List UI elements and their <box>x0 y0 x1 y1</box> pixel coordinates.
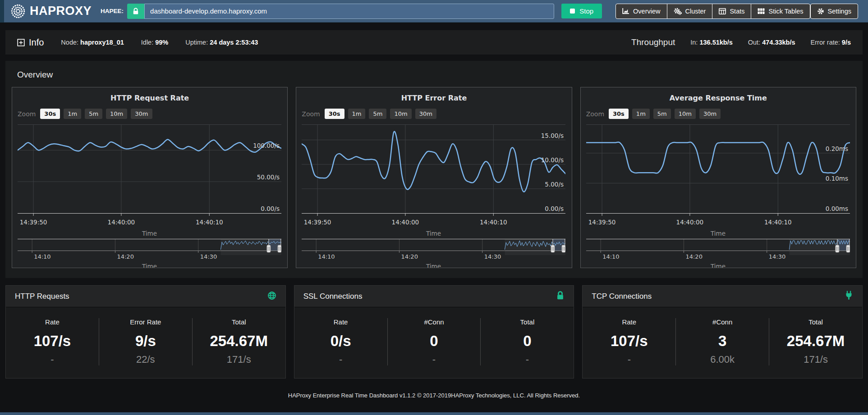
chart-title: Average Response Time <box>586 92 850 102</box>
axis-label: 14:20 <box>685 253 702 260</box>
stop-button[interactable]: Stop <box>561 4 602 18</box>
zoom-button-1m[interactable]: 1m <box>632 109 650 119</box>
idle-field: Idle:99% <box>141 39 168 46</box>
zoom-button-30s[interactable]: 30s <box>609 109 629 119</box>
zoom-button-10m[interactable]: 10m <box>390 109 411 119</box>
uptime-value: 24 days 2:53:43 <box>210 39 258 46</box>
axis-label: 14:30 <box>484 253 501 260</box>
nav-button-label: Stick Tables <box>768 8 803 15</box>
axis-label: Time <box>710 230 726 237</box>
chart-plot-average-response-time[interactable]: 14:39:5014:40:0014:40:100.20ms0.10ms0.00… <box>586 124 850 237</box>
nav-button-label: Cluster <box>685 8 706 15</box>
stat-subvalue: 6.00k <box>676 354 769 365</box>
throughput-out-field: Out:474.33kb/s <box>748 39 795 46</box>
card-http-requests: HTTP RequestsRate107/s-Error Rate9/s22/s… <box>5 285 286 379</box>
zoom-range-selector: Zoom30s1m5m10m30m <box>302 109 566 119</box>
navigator-handle-right[interactable] <box>846 245 850 252</box>
info-toggle[interactable]: Info <box>17 37 44 48</box>
out-value: 474.33kb/s <box>762 39 795 46</box>
nav-button-stats[interactable]: Stats <box>712 4 751 19</box>
nav-button-overview[interactable]: Overview <box>615 4 667 19</box>
axis-label: 5.00/s <box>545 181 564 188</box>
navigator-handle-left[interactable] <box>551 245 555 252</box>
card-title: SSL Connections <box>303 292 363 301</box>
axis-label: Time <box>426 263 441 268</box>
stat-value: 3 <box>676 333 769 350</box>
nav-button-stick-tables[interactable]: Stick Tables <box>751 4 810 19</box>
stat-label: Rate <box>294 318 387 326</box>
overview-section: Overview HTTP Request RateZoom30s1m5m10m… <box>5 61 863 278</box>
node-field: Node:haproxy18_01 <box>61 39 124 46</box>
zoom-range-selector: Zoom30s1m5m10m30m <box>586 109 850 119</box>
stat-value: 107/s <box>583 333 675 350</box>
axis-label: 14:30 <box>768 253 785 260</box>
zoom-button-30s[interactable]: 30s <box>325 109 344 119</box>
chart-navigator[interactable]: 14:1014:2014:30Time <box>18 239 281 268</box>
stat-value: 0/s <box>294 333 387 350</box>
axis-label: Time <box>426 230 441 237</box>
zoom-button-1m[interactable]: 1m <box>64 109 81 119</box>
chart-title: HTTP Request Rate <box>18 92 282 102</box>
stat-label: #Conn <box>676 318 769 326</box>
nav-group: Overview Cluster Stats <box>615 4 810 19</box>
url-group <box>127 4 554 19</box>
zoom-label: Zoom <box>586 110 604 118</box>
stat-value: 254.67M <box>769 333 862 350</box>
card-tcp-connections: TCP ConnectionsRate107/s-#Conn36.00kTota… <box>582 285 863 379</box>
axis-label: Time <box>142 230 157 237</box>
zoom-button-30m[interactable]: 30m <box>415 109 436 119</box>
stat-subvalue: - <box>294 354 387 365</box>
settings-button[interactable]: Settings <box>810 4 858 19</box>
chart-plot-http-request-rate[interactable]: 14:39:5014:40:0014:40:10100.00/s50.00/s0… <box>18 124 281 237</box>
stat-column-total: Total0- <box>481 318 574 365</box>
chart-area-icon <box>622 8 629 14</box>
chart-navigator[interactable]: 14:1014:2014:30Time <box>302 239 565 268</box>
zoom-button-10m[interactable]: 10m <box>106 109 127 119</box>
stat-subvalue: - <box>583 354 675 365</box>
settings-button-label: Settings <box>828 8 851 15</box>
nav-button-cluster[interactable]: Cluster <box>667 4 713 19</box>
zoom-button-1m[interactable]: 1m <box>348 109 366 119</box>
stat-value: 254.67M <box>193 333 285 350</box>
zoom-button-30m[interactable]: 30m <box>699 109 721 119</box>
in-label: In: <box>690 39 698 46</box>
axis-label: 14:39:50 <box>304 219 331 226</box>
axis-label: 14:20 <box>117 253 133 260</box>
chart-plot-http-error-rate[interactable]: 14:39:5014:40:0014:40:1015.00/s10.00/s5.… <box>302 124 565 237</box>
navigator-handle-right[interactable] <box>278 245 281 252</box>
chart-navigator[interactable]: 14:1014:2014:30Time <box>586 239 850 268</box>
stat-label: Error Rate <box>99 318 192 326</box>
stat-value: 9/s <box>99 333 192 350</box>
card-header: TCP Connections <box>583 286 862 307</box>
zoom-button-30m[interactable]: 30m <box>131 109 152 119</box>
haproxy-logo-icon <box>11 4 25 18</box>
axis-label: 100.00/s <box>253 142 280 149</box>
uptime-field: Uptime:24 days 2:53:43 <box>185 39 258 46</box>
navigator-handle-left[interactable] <box>267 245 271 252</box>
axis-label: 14:10 <box>318 253 335 260</box>
axis-label: 50.00/s <box>257 173 280 181</box>
axis-label: 14:20 <box>401 253 418 260</box>
zoom-button-5m[interactable]: 5m <box>653 109 671 119</box>
navigator-handle-left[interactable] <box>836 245 839 252</box>
stat-subvalue: 22/s <box>99 354 192 365</box>
url-input[interactable] <box>144 4 554 19</box>
gears-icon <box>674 8 682 15</box>
card-body: Rate107/s-#Conn36.00kTotal254.67M171/s <box>583 307 862 378</box>
card-body: Rate0/s-#Conn0-Total0- <box>294 307 574 378</box>
zoom-button-10m[interactable]: 10m <box>675 109 696 119</box>
card-ssl-connections: SSL ConnectionsRate0/s-#Conn0-Total0- <box>294 285 574 379</box>
chart-panel-http-error-rate: HTTP Error RateZoom30s1m5m10m30m14:39:50… <box>296 87 572 268</box>
gear-icon <box>817 8 824 15</box>
card-header: SSL Connections <box>294 286 574 307</box>
stat-value: 107/s <box>6 333 99 350</box>
navigator-handle-right[interactable] <box>562 245 565 252</box>
idle-value: 99% <box>155 39 168 46</box>
stat-value: 0 <box>481 333 574 350</box>
hapee-label: HAPEE: <box>101 8 124 14</box>
card-header: HTTP Requests <box>6 286 285 307</box>
zoom-button-5m[interactable]: 5m <box>369 109 386 119</box>
axis-label: 14:40:00 <box>676 219 703 226</box>
zoom-button-30s[interactable]: 30s <box>40 109 60 119</box>
zoom-button-5m[interactable]: 5m <box>85 109 102 119</box>
